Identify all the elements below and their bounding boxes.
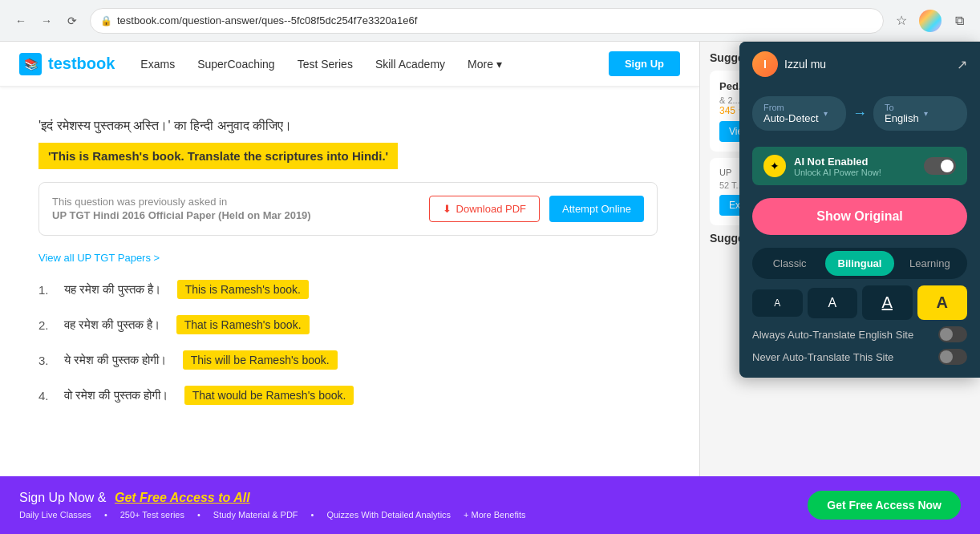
testbook-header: 📚 testbook Exams SuperCoaching Test Seri… <box>0 42 699 87</box>
setting-row-1: Always Auto-Translate English Site <box>752 326 967 342</box>
attempt-online-button[interactable]: Attempt Online <box>549 196 644 222</box>
bottom-banner: Sign Up Now & Get Free Access to All Dai… <box>0 476 980 534</box>
option-3-translation: This will be Ramesh's book. <box>183 350 338 370</box>
reload-button[interactable]: ⟳ <box>61 10 83 32</box>
url-text: testbook.com/question-answer/ques--5fc08… <box>117 14 417 26</box>
question-area: 'इदं रमेशस्य पुस्तकम् अस्ति।' का हिन्दी … <box>19 103 677 437</box>
option-4-translation: That would be Ramesh's book. <box>184 386 354 405</box>
show-original-button[interactable]: Show Original <box>752 198 967 235</box>
nav-exams[interactable]: Exams <box>140 55 175 74</box>
to-value: English <box>885 112 919 124</box>
tp-user: I Izzul mu <box>752 51 826 77</box>
never-translate-toggle[interactable] <box>938 349 967 365</box>
ai-toggle[interactable] <box>924 157 956 175</box>
from-label: From <box>763 103 819 112</box>
tp-font-row: A A A A <box>752 285 967 320</box>
banner-right: Get Free Access Now <box>808 491 961 520</box>
nav-more[interactable]: More ▾ <box>468 58 502 71</box>
setting-label-2: Never Auto-Translate This Site <box>752 351 893 363</box>
banner-title: Sign Up Now & Get Free Access to All <box>19 491 525 505</box>
banner-highlight-text: Get Free Access to All <box>115 491 250 504</box>
ai-title: AI Not Enabled <box>794 156 916 168</box>
auto-translate-knob <box>940 328 953 341</box>
forward-button[interactable]: → <box>35 10 58 32</box>
tp-username: Izzul mu <box>784 58 826 71</box>
font-size-large[interactable]: A <box>862 285 913 320</box>
font-size-small[interactable]: A <box>752 289 803 317</box>
feature-4: Quizzes With Detailed Analytics <box>326 510 451 520</box>
auto-translate-toggle[interactable] <box>938 326 967 342</box>
nav-supercoaching[interactable]: SuperCoaching <box>197 55 275 74</box>
option-2-num: 2. <box>38 318 55 332</box>
address-bar[interactable]: 🔒 testbook.com/question-answer/ques--5fc… <box>90 8 884 34</box>
profile-avatar[interactable] <box>919 10 942 32</box>
tp-avatar: I <box>752 51 778 77</box>
tab-bilingual[interactable]: Bilingual <box>825 251 893 276</box>
tp-ai-row: ✦ AI Not Enabled Unlock AI Power Now! <box>752 147 967 185</box>
question-translation-highlight: 'This is Ramesh's book. Translate the sc… <box>38 143 398 169</box>
tp-lang-row: From Auto-Detect ▾ → To English ▾ <box>739 87 980 140</box>
header-right: Sign Up <box>609 51 680 76</box>
option-2: 2. वह रमेश की पुस्तक है। That is Ramesh'… <box>38 315 658 334</box>
tab-learning[interactable]: Learning <box>896 251 964 276</box>
content-body: 'इदं रमेशस्य पुस्तकम् अस्ति।' का हिन्दी … <box>0 87 699 501</box>
option-4-hindi: वो रमेश की पुस्तक होगी। <box>64 388 168 403</box>
question-title-hindi: 'इदं रमेशस्य पुस्तकम् अस्ति।' का हिन्दी … <box>38 119 658 133</box>
option-1-translation: This is Ramesh's book. <box>177 280 309 299</box>
nav-test-series[interactable]: Test Series <box>298 55 353 74</box>
external-link-icon[interactable]: ↗ <box>957 57 967 72</box>
extensions-button[interactable]: ⧉ <box>948 10 970 32</box>
banner-subtitle: Daily Live Classes • 250+ Test series • … <box>19 510 525 520</box>
nav-skill-academy[interactable]: Skill Academy <box>375 55 445 74</box>
option-2-translation: That is Ramesh's book. <box>176 315 310 334</box>
ai-star-icon: ✦ <box>763 155 786 177</box>
meta-info: This question was previously asked in UP… <box>52 196 311 222</box>
feature-1: Daily Live Classes <box>19 510 91 520</box>
tab-classic[interactable]: Classic <box>755 251 824 276</box>
to-label: To <box>885 103 919 112</box>
option-4: 4. वो रमेश की पुस्तक होगी। That would be… <box>38 386 658 405</box>
from-value: Auto-Detect <box>763 112 819 124</box>
options-list: 1. यह रमेश की पुस्तक है। This is Ramesh'… <box>38 280 658 405</box>
browser-chrome: ← → ⟳ 🔒 testbook.com/question-answer/que… <box>0 0 980 42</box>
banner-left: Sign Up Now & Get Free Access to All Dai… <box>19 491 525 520</box>
feature-5: + More Benefits <box>464 510 525 520</box>
view-papers-link[interactable]: View all UP TGT Papers > <box>38 252 658 264</box>
chevron-down-icon: ▾ <box>496 58 502 71</box>
meta-buttons: ⬇ Download PDF Attempt Online <box>429 196 644 222</box>
testbook-logo[interactable]: 📚 testbook <box>19 53 115 75</box>
main-content: 📚 testbook Exams SuperCoaching Test Seri… <box>0 42 699 534</box>
tp-lang-to[interactable]: To English ▾ <box>873 96 967 131</box>
setting-label-1: Always Auto-Translate English Site <box>752 329 913 341</box>
browser-actions: ☆ ⧉ <box>890 10 970 32</box>
banner-highlight: Get Free Access to All <box>115 491 250 504</box>
browser-nav: ← → ⟳ <box>10 10 83 32</box>
option-4-num: 4. <box>38 389 55 403</box>
font-size-medium[interactable]: A <box>808 288 858 318</box>
swap-arrow-icon: → <box>852 105 867 122</box>
tp-lang-from[interactable]: From Auto-Detect ▾ <box>752 96 846 131</box>
question-meta-box: This question was previously asked in UP… <box>38 182 658 236</box>
main-nav: Exams SuperCoaching Test Series Skill Ac… <box>140 55 502 74</box>
option-2-hindi: वह रमेश की पुस्तक है। <box>64 318 160 332</box>
font-a-xl-icon: A <box>937 293 948 312</box>
download-pdf-button[interactable]: ⬇ Download PDF <box>429 196 540 222</box>
tp-mode-tabs: Classic Bilingual Learning <box>752 248 967 279</box>
option-1-hindi: यह रमेश की पुस्तक है। <box>64 282 161 297</box>
signup-button[interactable]: Sign Up <box>609 51 680 76</box>
download-icon: ⬇ <box>443 203 452 215</box>
font-size-xlarge[interactable]: A <box>917 285 968 320</box>
back-button[interactable]: ← <box>10 10 32 32</box>
logo-icon: 📚 <box>19 53 42 75</box>
get-free-access-button[interactable]: Get Free Access Now <box>808 491 961 520</box>
feature-3: Study Material & PDF <box>213 510 298 520</box>
star-button[interactable]: ☆ <box>890 10 913 32</box>
meta-label: This question was previously asked in <box>52 196 311 208</box>
from-chevron-icon: ▾ <box>824 109 828 118</box>
banner-prefix: Sign Up Now & <box>19 491 107 504</box>
lock-icon: 🔒 <box>100 15 112 26</box>
meta-paper: UP TGT Hindi 2016 Official Paper (Held o… <box>52 209 311 221</box>
tp-ai-text: AI Not Enabled Unlock AI Power Now! <box>794 156 916 177</box>
feature-2: 250+ Test series <box>120 510 184 520</box>
to-chevron-icon: ▾ <box>924 109 928 118</box>
